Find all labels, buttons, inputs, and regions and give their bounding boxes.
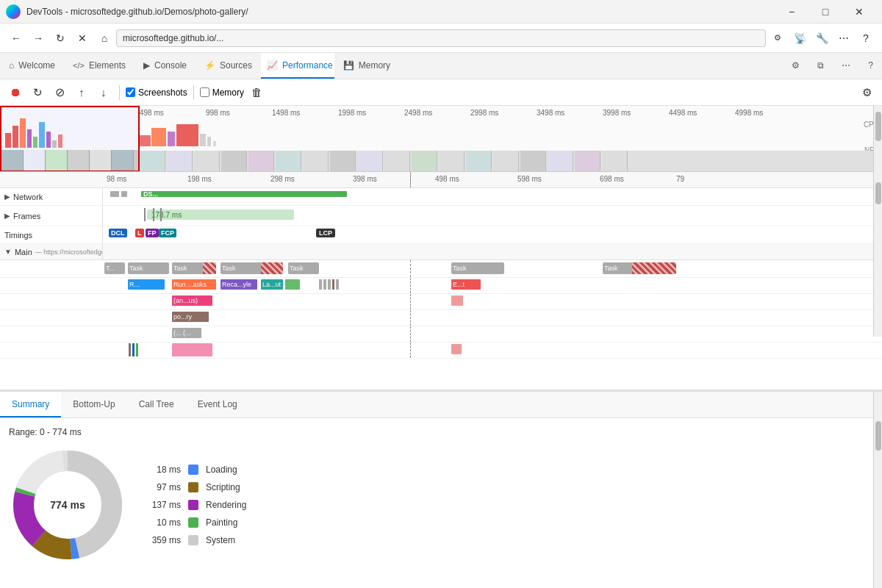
main-label: ▼ Main — https://microsoftedge.github.io…: [0, 244, 103, 259]
task-3: Task: [220, 262, 283, 274]
upload-button[interactable]: ↑: [72, 83, 91, 102]
screenshot-strip: [140, 151, 873, 171]
frames-expand[interactable]: ▶: [4, 212, 10, 220]
timeline-detail-scrollbar-thumb[interactable]: [875, 188, 881, 204]
cpu-svg: [140, 121, 867, 146]
timeline-detail-scrollbar[interactable]: [873, 188, 882, 337]
tab-event-log[interactable]: Event Log: [186, 392, 249, 417]
main-header-row: ▼ Main — https://microsoftedge.github.io…: [0, 244, 882, 260]
screenshots-checkbox[interactable]: Screenshots: [126, 87, 187, 98]
timings-row[interactable]: Timings DCL L FP FCP LCP: [0, 226, 882, 244]
ss-thumb: [412, 151, 437, 171]
address-bar[interactable]: [116, 29, 766, 47]
dashed-vline5: [410, 326, 411, 342]
subtask-5-content: [103, 343, 873, 358]
subtask-row-5[interactable]: [0, 343, 882, 359]
memory-checkbox-input[interactable]: [200, 87, 209, 97]
help-button[interactable]: ?: [856, 28, 876, 49]
ss-thumb: [602, 151, 628, 171]
legend-scripting: 97 ms Scripting: [144, 482, 246, 492]
ruler-dashed-line: [410, 172, 411, 188]
bottom-scrollbar-thumb[interactable]: [875, 421, 881, 451]
svg-rect-13: [200, 134, 206, 146]
svg-rect-0: [5, 133, 11, 148]
reload-record-button[interactable]: ↻: [28, 83, 47, 102]
frame-marker-2: [153, 208, 154, 221]
timeline-overview[interactable]: 498 ms 998 ms 1498 ms 1998 ms 2498 ms 29…: [0, 106, 882, 172]
timeline-detail: 98 ms 198 ms 298 ms 398 ms 498 ms 598 ms…: [0, 172, 882, 390]
svg-rect-8: [58, 135, 62, 148]
screenshots-checkbox-input[interactable]: [126, 87, 135, 97]
ss-thumb: [276, 151, 301, 171]
sources-icon: ⚡: [204, 60, 215, 71]
ruler-398: 398 ms: [353, 175, 377, 183]
refresh-button[interactable]: ↻: [50, 28, 71, 49]
network-expand[interactable]: ▶: [4, 193, 10, 201]
rendering-color: [188, 500, 198, 510]
overview-scrollbar[interactable]: [873, 106, 882, 171]
download-button[interactable]: ↓: [94, 83, 113, 102]
network-row[interactable]: ▶ Network DS...: [0, 188, 882, 206]
devtools-nav-help[interactable]: ?: [859, 53, 882, 79]
maximize-button[interactable]: □: [808, 0, 842, 24]
home-button[interactable]: ⌂: [94, 28, 115, 49]
subtask-4-content: (... (...: [103, 326, 873, 342]
donut-chart: 774 ms: [9, 446, 126, 564]
record-button[interactable]: ⏺: [6, 83, 25, 102]
close-button[interactable]: ✕: [842, 0, 876, 24]
col-bar-2: [132, 343, 135, 356]
ss-thumb: [167, 151, 193, 171]
devtools-nav: ⌂ Welcome </> Elements ▶ Console ⚡ Sourc…: [0, 53, 882, 79]
delete-recording-button[interactable]: 🗑: [247, 83, 266, 102]
devtools-tab-welcome[interactable]: ⌂ Welcome: [0, 53, 64, 79]
devtools-tab-elements[interactable]: </> Elements: [64, 53, 135, 79]
devtools-nav-dock[interactable]: ⧉: [808, 53, 833, 79]
frames-label: ▶ Frames: [0, 206, 103, 226]
tab-summary[interactable]: Summary: [0, 392, 61, 417]
svg-rect-4: [33, 137, 37, 148]
minimize-button[interactable]: −: [775, 0, 808, 24]
frame-marker-1: [144, 208, 146, 221]
devtools-toggle[interactable]: ⚙: [767, 28, 788, 49]
extensions-button[interactable]: 🔧: [811, 28, 832, 49]
stop-button[interactable]: ✕: [72, 28, 93, 49]
devtools-tab-sources[interactable]: ⚡ Sources: [196, 53, 261, 79]
subtask-tiny1: [319, 279, 322, 290]
devtools-tab-memory[interactable]: 💾 Memory: [334, 53, 399, 79]
forward-button[interactable]: →: [28, 28, 49, 49]
devtools-nav-more[interactable]: ⚙: [783, 53, 808, 79]
main-expand[interactable]: ▼: [4, 248, 12, 256]
more-button[interactable]: ⋯: [833, 28, 854, 49]
col-bar-3: [136, 343, 138, 356]
main-tasks-row[interactable]: T... Task Task Task Task Task Task: [0, 260, 882, 278]
overview-scrollbar-thumb[interactable]: [875, 112, 881, 141]
tab-bottom-up[interactable]: Bottom-Up: [61, 392, 126, 417]
main-url: — https://microsoftedge.github.io/Demos/…: [35, 248, 103, 256]
subtask-row-3[interactable]: po...ry: [0, 310, 882, 326]
frames-bar: 178.7 ms: [147, 209, 294, 220]
back-button[interactable]: ←: [6, 28, 26, 49]
svg-rect-3: [27, 129, 32, 148]
ss-thumb: [303, 151, 329, 171]
task-2: Task: [172, 262, 216, 274]
cast-button[interactable]: 📡: [789, 28, 810, 49]
subtask-row-4[interactable]: (... (...: [0, 326, 882, 343]
devtools-tab-console[interactable]: ▶ Console: [135, 53, 196, 79]
ruler-498: 498 ms: [435, 175, 459, 183]
bottom-panel-scrollbar[interactable]: [873, 392, 882, 588]
tab-call-tree[interactable]: Call Tree: [127, 392, 186, 417]
subtask-row-1[interactable]: R... Run ...asks Reca...yle La...ut E...…: [0, 278, 882, 294]
welcome-icon: ⌂: [9, 60, 14, 71]
frames-row[interactable]: ▶ Frames 178.7 ms: [0, 206, 882, 226]
subtask-small: [285, 279, 300, 290]
memory-checkbox[interactable]: Memory: [200, 87, 244, 98]
timeline-minimap[interactable]: [0, 106, 140, 172]
devtools-tab-performance[interactable]: 📈 Performance: [261, 53, 334, 79]
perf-settings-button[interactable]: ⚙: [857, 83, 876, 102]
clear-button[interactable]: ⊘: [50, 83, 69, 102]
svg-rect-9: [140, 135, 151, 146]
network-content: DS...: [103, 188, 873, 205]
timeline-detail-header: 98 ms 198 ms 298 ms 398 ms 498 ms 598 ms…: [0, 172, 882, 188]
devtools-nav-overflow[interactable]: ⋯: [833, 53, 859, 79]
subtask-row-2[interactable]: (an...us): [0, 294, 882, 310]
